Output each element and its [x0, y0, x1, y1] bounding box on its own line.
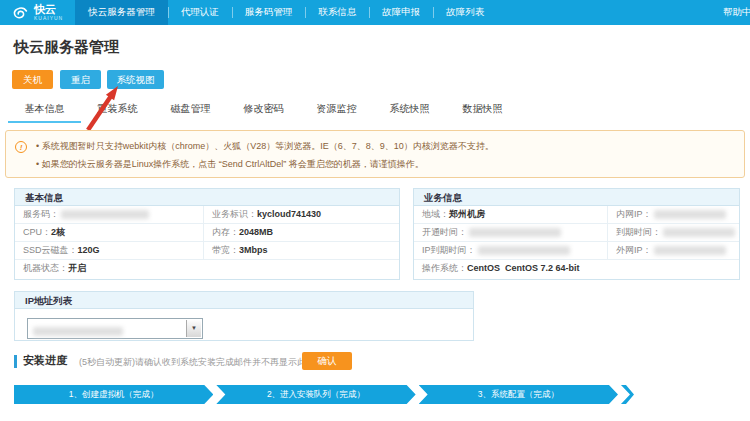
business-info-panel-title: 业务信息	[414, 189, 739, 206]
redacted-value	[469, 228, 561, 237]
ip-address-list-title: IP地址列表	[15, 292, 473, 309]
field-machine-status: 机器状态：开启	[15, 260, 399, 278]
field-operating-system: 操作系统：CentOS CentOS 7.2 64-bit	[414, 260, 739, 278]
logo-title: 快云	[34, 4, 63, 15]
ip-address-list-panel: IP地址列表 ▼	[14, 291, 474, 341]
step-system-config: 3、系统配置（完成）	[419, 385, 618, 404]
section-accent-bar	[14, 355, 17, 368]
reboot-button[interactable]: 重启	[60, 70, 101, 89]
browser-notice-box: ! 系统视图暂时只支持webkit内核（chrome）、火狐（V28）等浏览器。…	[5, 130, 745, 178]
redacted-value	[663, 228, 735, 237]
tab-change-password[interactable]: 修改密码	[227, 99, 300, 123]
tab-data-snapshot[interactable]: 数据快照	[446, 99, 519, 123]
step-install-queue: 2、进入安装队列（完成）	[216, 385, 415, 404]
nav-item-server-management[interactable]: 快云服务器管理	[75, 0, 168, 25]
notice-line-2: 如果您的快云服务器是Linux操作系统，点击 “Send CtrlAltDel”…	[36, 158, 424, 171]
tab-reinstall-system[interactable]: 重装系统	[81, 99, 154, 123]
nav-item-contact-info[interactable]: 联系信息	[305, 0, 369, 25]
kuaiyun-console-screen: 快云 KUAIYUN 快云服务器管理 代理认证 服务码管理 联系信息 故障申报 …	[0, 0, 750, 421]
brand-logo[interactable]: 快云 KUAIYUN	[0, 0, 75, 25]
nav-help-center[interactable]: 帮助中心	[723, 0, 750, 25]
kuaiyun-swirl-icon	[10, 5, 30, 21]
field-bandwidth: 带宽：3Mbps	[204, 242, 399, 260]
field-activation-time: 开通时间：	[414, 224, 608, 242]
field-private-ip: 内网IP：	[608, 206, 739, 224]
tab-bar: 基本信息 重装系统 磁盘管理 修改密码 资源监控 系统快照 数据快照	[8, 99, 519, 123]
business-info-panel: 业务信息 地域：郑州机房 内网IP： 开通时间： 到期时间： IP到期时间： 外…	[413, 188, 740, 280]
nav-item-fault-list[interactable]: 故障列表	[433, 0, 497, 25]
nav-item-fault-report[interactable]: 故障申报	[369, 0, 433, 25]
top-nav: 快云 KUAIYUN 快云服务器管理 代理认证 服务码管理 联系信息 故障申报 …	[0, 0, 750, 25]
field-cpu: CPU：2核	[15, 224, 204, 242]
system-view-button[interactable]: 系统视图	[107, 70, 164, 89]
field-ssd-disk: SSD云磁盘：120G	[15, 242, 204, 260]
ip-address-select[interactable]: ▼	[27, 318, 203, 339]
field-business-id: 业务标识：kycloud741430	[204, 206, 399, 224]
field-region: 地域：郑州机房	[414, 206, 608, 224]
shutdown-button[interactable]: 关机	[12, 70, 53, 89]
logo-subtitle: KUAIYUN	[34, 16, 63, 21]
install-progress-title: 安装进度	[23, 353, 67, 368]
notice-line-1: 系统视图暂时只支持webkit内核（chrome）、火狐（V28）等浏览器。IE…	[36, 140, 494, 153]
tab-disk-management[interactable]: 磁盘管理	[154, 99, 227, 123]
basic-info-panel-title: 基本信息	[15, 189, 399, 206]
field-memory: 内存：2048MB	[204, 224, 399, 242]
redacted-value	[654, 246, 726, 255]
tab-resource-monitor[interactable]: 资源监控	[300, 99, 373, 123]
info-icon: !	[15, 141, 27, 153]
step-create-vm: 1、创建虚拟机（完成）	[14, 385, 213, 404]
install-progress-steps: 1、创建虚拟机（完成） 2、进入安装队列（完成） 3、系统配置（完成）	[14, 385, 634, 404]
nav-item-service-code[interactable]: 服务码管理	[232, 0, 306, 25]
field-ip-expiry-time: IP到期时间：	[414, 242, 608, 260]
field-expiry-time: 到期时间：	[608, 224, 739, 242]
redacted-value	[478, 246, 570, 255]
machine-status-value: 开启	[68, 263, 86, 273]
nav-item-agent-auth[interactable]: 代理认证	[168, 0, 232, 25]
redacted-value	[654, 210, 726, 219]
confirm-button[interactable]: 确认	[302, 352, 352, 370]
redacted-value	[61, 210, 149, 219]
field-public-ip: 外网IP：	[608, 242, 739, 260]
chevron-down-icon[interactable]: ▼	[186, 320, 201, 337]
basic-info-panel: 基本信息 服务码： 业务标识：kycloud741430 CPU：2核 内存：2…	[14, 188, 400, 280]
install-progress-hint: (5秒自动更新)请确认收到系统安装完成邮件并不再显示此进度	[79, 356, 324, 369]
step-chevron-tail	[621, 385, 634, 404]
redacted-value	[33, 327, 123, 336]
page-title: 快云服务器管理	[14, 38, 119, 57]
tab-system-snapshot[interactable]: 系统快照	[373, 99, 446, 123]
field-service-code: 服务码：	[15, 206, 204, 224]
tab-basic-info[interactable]: 基本信息	[8, 99, 81, 123]
